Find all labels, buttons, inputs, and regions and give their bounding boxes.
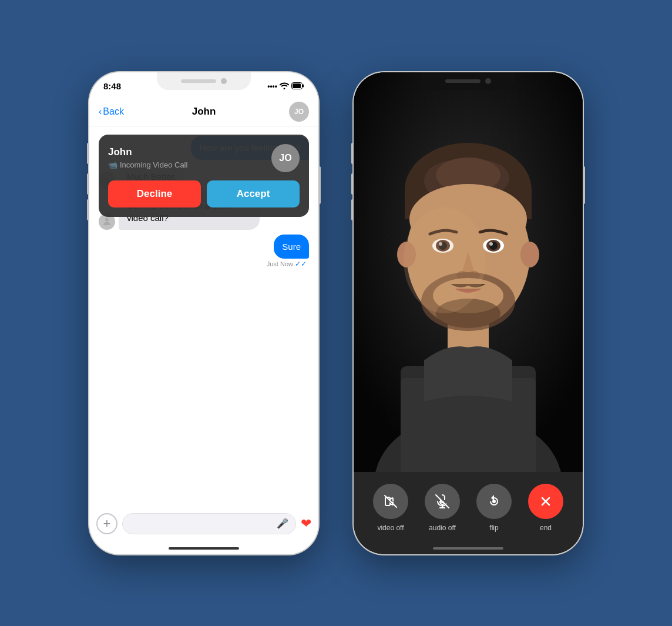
camera — [221, 78, 227, 84]
svg-rect-1 — [293, 83, 301, 88]
nav-bar-left: ‹ Back John JO — [89, 98, 318, 126]
speaker — [181, 79, 216, 83]
left-phone: 8:48 •••• — [89, 72, 318, 554]
video-off-circle — [373, 484, 408, 519]
portrait-area — [354, 72, 583, 472]
mic-off-icon — [435, 494, 449, 508]
audio-off-label: audio off — [429, 524, 456, 532]
signal-icon: •••• — [267, 82, 277, 91]
caller-avatar: JO — [271, 144, 300, 172]
audio-off-button[interactable]: audio off — [425, 484, 460, 532]
flip-icon — [487, 494, 501, 508]
home-indicator-right — [433, 547, 503, 550]
flip-button[interactable]: flip — [476, 484, 512, 532]
call-buttons: Decline Accept — [108, 180, 300, 207]
status-time: 8:48 — [103, 81, 121, 91]
video-off-icon — [384, 494, 398, 508]
video-off-button[interactable]: video off — [373, 484, 408, 532]
nav-title: John — [192, 106, 216, 118]
end-button[interactable]: end — [528, 484, 563, 532]
message-row: Sure Just Now ✓✓ — [99, 235, 309, 268]
add-button[interactable]: + — [96, 513, 117, 534]
back-button[interactable]: ‹ Back — [99, 106, 124, 117]
call-popup-header: John 📹 Incoming Video Call JO — [108, 144, 300, 172]
message-input[interactable]: 🎤 — [122, 513, 296, 534]
home-indicator — [169, 547, 239, 550]
video-off-label: video off — [377, 524, 404, 532]
end-circle — [528, 484, 563, 519]
message-timestamp: Just Now ✓✓ — [267, 260, 309, 268]
speaker — [445, 79, 481, 83]
audio-off-circle — [425, 484, 460, 519]
back-label: Back — [103, 106, 124, 117]
heart-button[interactable]: ❤ — [301, 516, 311, 531]
right-phone: video off audio off — [354, 72, 583, 554]
bubble-outgoing: Sure — [274, 235, 309, 259]
notch-right — [421, 72, 515, 90]
wifi-icon — [280, 82, 289, 91]
flip-label: flip — [489, 524, 498, 532]
svg-point-4 — [105, 218, 109, 222]
left-phone-screen: 8:48 •••• — [89, 72, 318, 554]
right-phone-screen: video off audio off — [354, 72, 583, 554]
decline-button[interactable]: Decline — [108, 180, 201, 207]
svg-rect-2 — [303, 84, 304, 87]
caller-name: John — [108, 146, 271, 158]
accept-button[interactable]: Accept — [207, 180, 300, 207]
end-label: end — [540, 524, 552, 532]
end-icon — [539, 494, 553, 508]
flip-circle — [476, 484, 512, 519]
battery-icon — [291, 82, 304, 91]
call-subtitle: 📹 Incoming Video Call — [108, 160, 271, 169]
status-icons: •••• — [267, 82, 304, 91]
mic-icon: 🎤 — [277, 518, 288, 529]
nav-avatar[interactable]: JO — [289, 102, 309, 122]
svg-point-33 — [404, 207, 486, 313]
svg-point-32 — [520, 242, 539, 267]
video-background: video off audio off — [354, 72, 583, 554]
svg-point-25 — [489, 242, 493, 246]
read-checkmarks: ✓✓ — [295, 260, 307, 268]
controls-bar: video off audio off — [354, 472, 583, 554]
camera — [485, 78, 491, 84]
notch-left — [157, 72, 251, 90]
input-bar: + 🎤 ❤ — [89, 507, 318, 540]
video-call-icon: 📹 — [108, 160, 117, 169]
call-popup: John 📹 Incoming Video Call JO Decline Ac… — [99, 135, 309, 217]
call-info: John 📹 Incoming Video Call — [108, 146, 271, 169]
